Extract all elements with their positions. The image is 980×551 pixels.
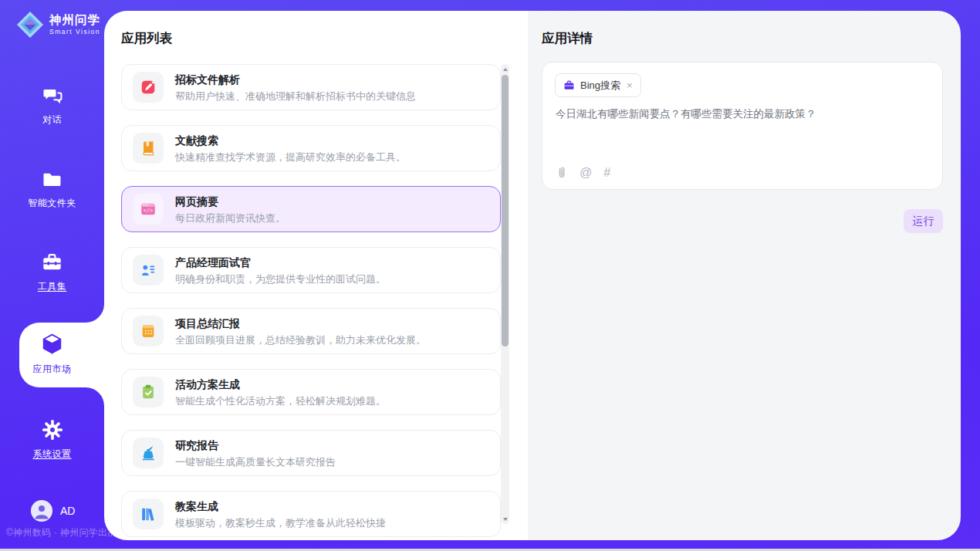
scroll-down-icon[interactable]: [501, 514, 509, 524]
app-list-panel: 应用列表 招标文件解析帮助用户快速、准确地理解和解析招标书中的关键信息 文献搜索…: [104, 11, 528, 540]
app-item-title: 产品经理面试官: [175, 257, 386, 268]
book-icon: [133, 133, 164, 164]
app-item-desc: 一键智能生成高质量长文本研究报告: [175, 457, 336, 467]
tool-tag-bing-search[interactable]: Bing搜索 ×: [555, 73, 641, 97]
app-item-desc: 快速精准查找学术资源，提高研究效率的必备工具。: [175, 152, 406, 162]
tool-tag-label: Bing搜索: [580, 79, 620, 93]
scroll-up-icon[interactable]: [501, 64, 509, 74]
app-item[interactable]: </>网页摘要每日政府新闻资讯快查。: [121, 186, 501, 232]
paperclip-icon[interactable]: [556, 165, 568, 180]
clipboard-check-icon: [133, 377, 164, 407]
books-icon: [133, 499, 164, 529]
chat-icon: [42, 85, 63, 106]
brand-name: 神州问学: [49, 14, 100, 26]
app-item-title: 文献搜索: [175, 135, 406, 146]
close-icon[interactable]: ×: [627, 79, 633, 91]
browser-code-icon: </>: [133, 194, 164, 225]
app-item-desc: 全面回顾项目进展，总结经验教训，助力未来优化发展。: [175, 335, 426, 345]
app-item-desc: 明确身份和职责，为您提供专业性的面试问题。: [175, 274, 386, 284]
app-item-title: 研究报告: [175, 440, 336, 451]
resume-icon: [133, 255, 164, 286]
prompt-toolbar: @ #: [556, 165, 610, 180]
sidebar-item-label: 系统设置: [0, 448, 104, 461]
app-item[interactable]: 研究报告一键智能生成高质量长文本研究报告: [121, 430, 501, 476]
brand-subtitle: Smart Vision: [49, 28, 100, 35]
brand-diamond-icon: [15, 10, 45, 39]
app-list-title: 应用列表: [121, 30, 172, 47]
user-initials: AD: [60, 505, 75, 517]
app-item-title: 活动方案生成: [175, 379, 386, 390]
brand-logo: 神州问学 Smart Vision: [15, 10, 100, 39]
sidebar-item-toolset[interactable]: 工具集: [0, 252, 104, 293]
app-item-title: 网页摘要: [175, 196, 286, 207]
sidebar-item-label: 应用市场: [0, 363, 104, 376]
copyright-footer: ©神州数码 · 神州问学出品: [6, 526, 117, 539]
app-detail-title: 应用详情: [542, 30, 593, 47]
content-area: 应用列表 招标文件解析帮助用户快速、准确地理解和解析招标书中的关键信息 文献搜索…: [104, 11, 961, 540]
app-item-title: 招标文件解析: [175, 74, 416, 85]
sidebar-item-chat[interactable]: 对话: [0, 85, 104, 127]
prompt-input[interactable]: 今日湖北有哪些新闻要点？有哪些需要关注的最新政策？: [556, 106, 931, 122]
sidebar: 神州问学 Smart Vision 对话 智能文件夹: [0, 0, 104, 549]
sidebar-item-settings[interactable]: 系统设置: [0, 419, 104, 461]
notepad-icon: [133, 316, 164, 346]
app-list: 招标文件解析帮助用户快速、准确地理解和解析招标书中的关键信息 文献搜索快速精准查…: [121, 64, 501, 540]
sidebar-item-app-market[interactable]: 应用市场: [0, 332, 104, 376]
app-item-desc: 模板驱动，教案秒生成，教学准备从此轻松快捷: [175, 518, 386, 528]
app-item-desc: 帮助用户快速、准确地理解和解析招标书中的关键信息: [175, 91, 416, 101]
toolbox-icon: [42, 252, 63, 273]
scrollbar-thumb[interactable]: [502, 75, 509, 346]
app-detail-panel: 应用详情 Bing搜索 × 今日湖北有哪些新闻要点？有哪些需要关注的最新政策？: [528, 11, 961, 540]
sidebar-item-label: 智能文件夹: [0, 197, 104, 210]
cube-icon: [40, 332, 64, 356]
prompt-card: Bing搜索 × 今日湖北有哪些新闻要点？有哪些需要关注的最新政策？ @ #: [542, 62, 943, 190]
app-item[interactable]: 教案生成模板驱动，教案秒生成，教学准备从此轻松快捷: [121, 491, 501, 537]
app-item-title: 项目总结汇报: [175, 318, 426, 329]
sidebar-item-label: 工具集: [0, 280, 104, 293]
hash-icon[interactable]: #: [603, 167, 610, 179]
folder-icon: [42, 169, 63, 190]
app-item[interactable]: 文献搜索快速精准查找学术资源，提高研究效率的必备工具。: [121, 125, 501, 171]
ink-quill-icon: [133, 438, 164, 468]
app-item-desc: 每日政府新闻资讯快查。: [175, 213, 286, 223]
briefcase-icon: [563, 79, 575, 91]
app-item[interactable]: 招标文件解析帮助用户快速、准确地理解和解析招标书中的关键信息: [121, 64, 501, 110]
app-item[interactable]: 活动方案生成智能生成个性化活动方案，轻松解决规划难题。: [121, 369, 501, 415]
run-button[interactable]: 运行: [904, 209, 943, 233]
app-window: 神州问学 Smart Vision 对话 智能文件夹: [0, 0, 980, 549]
sidebar-item-smart-folder[interactable]: 智能文件夹: [0, 169, 104, 210]
app-item-desc: 智能生成个性化活动方案，轻松解决规划难题。: [175, 396, 386, 406]
gear-icon: [42, 419, 63, 441]
mention-icon[interactable]: @: [580, 167, 592, 179]
sidebar-item-label: 对话: [0, 113, 104, 127]
app-item[interactable]: 项目总结汇报全面回顾项目进展，总结经验教训，助力未来优化发展。: [121, 308, 501, 354]
pill-curve-top: [86, 304, 104, 323]
user-account[interactable]: AD: [31, 500, 75, 522]
app-item[interactable]: 产品经理面试官明确身份和职责，为您提供专业性的面试问题。: [121, 247, 501, 293]
svg-text:</>: </>: [144, 208, 153, 214]
pill-curve-bottom: [86, 387, 104, 406]
pen-square-icon: [133, 72, 164, 103]
app-item-title: 教案生成: [175, 501, 386, 512]
scrollbar[interactable]: [501, 64, 509, 524]
avatar: [31, 500, 52, 522]
